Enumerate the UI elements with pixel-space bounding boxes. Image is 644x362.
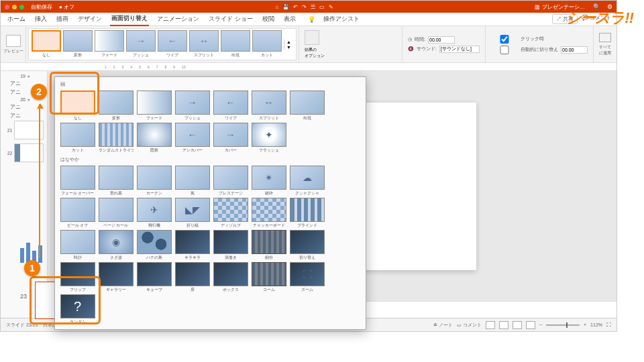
sound-select[interactable] xyxy=(439,46,480,53)
gallery-item[interactable]: フリップ xyxy=(59,262,96,293)
gallery-item[interactable]: 時計 xyxy=(59,230,96,261)
save-icon[interactable]: 💾 xyxy=(282,4,289,10)
gallery-item[interactable]: カーテン xyxy=(136,166,172,196)
zoom-level[interactable]: 112% xyxy=(590,322,602,327)
gallery-item[interactable]: 垂れ幕 xyxy=(97,166,134,196)
gallery-item[interactable]: ✈飛行機 xyxy=(136,198,172,229)
auto-checkbox[interactable] xyxy=(491,46,518,54)
slide-thumb[interactable]: 22 xyxy=(5,143,44,162)
gallery-item[interactable]: ブラインド xyxy=(288,198,325,229)
gallery-item[interactable]: ピール オフ xyxy=(59,198,96,229)
transition-wipe[interactable]: ←ワイプ xyxy=(158,30,187,58)
gallery-item[interactable]: →カバー xyxy=(212,123,249,154)
gallery-expand[interactable]: ▲▼ xyxy=(284,40,293,50)
gallery-item[interactable]: 図形 xyxy=(136,123,172,154)
transition-push[interactable]: →プッシュ xyxy=(126,30,156,58)
gallery-item[interactable]: 細分 xyxy=(250,230,287,261)
gallery-item[interactable]: ◉さざ波 xyxy=(97,230,134,261)
gallery-item[interactable]: ハチの巣 xyxy=(136,230,172,261)
auto-time-input[interactable] xyxy=(561,46,588,54)
tab-animations[interactable]: アニメーション xyxy=(156,13,201,25)
tab-design[interactable]: デザイン xyxy=(76,13,103,25)
onclick-checkbox[interactable] xyxy=(491,35,518,44)
transition-split[interactable]: ↔スプリット xyxy=(189,30,219,58)
gallery-item[interactable]: ✴破砕 xyxy=(250,166,287,196)
gallery-item[interactable]: 変形 xyxy=(97,90,134,121)
transition-fade[interactable]: フェード xyxy=(95,30,124,58)
slideshow-view-icon[interactable] xyxy=(526,321,535,329)
slide-thumb[interactable]: 19★ xyxy=(17,74,30,78)
comments-toggle[interactable]: ▭ コメント xyxy=(457,322,482,328)
sorter-view-icon[interactable] xyxy=(499,321,508,329)
zoom-in[interactable]: + xyxy=(584,322,586,327)
gallery-item[interactable]: ↔スプリット xyxy=(250,90,287,121)
transition-none[interactable]: なし xyxy=(32,30,61,58)
window-minimize[interactable] xyxy=(12,5,17,9)
duration-input[interactable] xyxy=(428,36,455,44)
gallery-item-none[interactable]: なし xyxy=(59,90,96,121)
gallery-item[interactable]: ⛶ズーム xyxy=(288,262,325,293)
slide-thumb[interactable]: 20★ xyxy=(17,97,30,102)
gallery-item[interactable]: ✦フラッシュ xyxy=(250,123,287,154)
gallery-item[interactable]: ランダムストライプ xyxy=(97,123,134,154)
gallery-item[interactable]: フォール オーバー xyxy=(59,166,96,196)
window-close[interactable] xyxy=(5,5,9,9)
tab-view[interactable]: 表示 xyxy=(282,13,297,25)
zoom-slider[interactable] xyxy=(546,324,580,326)
clock-icon: ◷ xyxy=(408,37,412,42)
callout-badge-2: 2 xyxy=(31,84,47,100)
gallery-item[interactable]: ←ワイプ xyxy=(212,90,249,121)
transition-morph[interactable]: 変形 xyxy=(63,30,93,58)
gallery-item[interactable]: ◣◤折り紙 xyxy=(174,198,211,229)
qat-icon[interactable]: ☰ xyxy=(311,4,315,10)
fit-icon[interactable]: ⛶ xyxy=(606,322,611,327)
gallery-item[interactable]: 渦巻き xyxy=(212,230,249,261)
gallery-item[interactable]: プレステージ xyxy=(212,166,249,196)
gallery-item[interactable]: ページ カール xyxy=(97,198,134,229)
gallery-item[interactable]: ディゾルブ xyxy=(212,198,249,229)
gallery-item[interactable]: ギャラリー xyxy=(97,262,134,293)
transition-cut[interactable]: カット xyxy=(252,30,282,58)
effect-options[interactable]: 効果の オプション xyxy=(299,26,330,62)
gallery-item[interactable]: 切り替え xyxy=(288,230,325,261)
gallery-item[interactable]: コーム xyxy=(250,262,287,293)
gallery-item[interactable]: チェッカーボード xyxy=(250,198,287,229)
gallery-section-exciting: はなやか xyxy=(58,155,363,164)
sound-icon: 🔇 xyxy=(408,46,414,52)
gallery-item[interactable]: 風 xyxy=(174,166,211,196)
autosave-toggle[interactable]: ● オフ xyxy=(59,3,74,11)
tab-insert[interactable]: 挿入 xyxy=(34,13,48,25)
window-maximize[interactable] xyxy=(19,5,24,9)
gallery-item[interactable]: キラキラ xyxy=(174,230,211,261)
gallery-item[interactable]: ボックス xyxy=(212,262,249,293)
gallery-item[interactable]: フェード xyxy=(136,90,172,121)
slide-count[interactable]: スライド 23/23 xyxy=(6,322,38,328)
preview-button[interactable]: プレビュー xyxy=(1,26,26,62)
transition-reveal[interactable]: 出現 xyxy=(221,30,250,58)
qat-icon[interactable]: ▭ xyxy=(319,4,325,10)
gallery-item[interactable]: キューブ xyxy=(136,262,172,293)
gallery-item[interactable]: ?ランダム xyxy=(59,294,96,325)
gallery-item[interactable]: →プッシュ xyxy=(174,90,211,121)
gallery-item[interactable]: ←アンカバー xyxy=(174,123,211,154)
gallery-item[interactable]: 出現 xyxy=(288,90,325,121)
gallery-item[interactable]: 扉 xyxy=(174,262,211,293)
tab-draw[interactable]: 描画 xyxy=(55,13,70,25)
tell-me[interactable]: 操作アシスト xyxy=(322,13,361,25)
tab-review[interactable]: 校閲 xyxy=(261,13,276,25)
normal-view-icon[interactable] xyxy=(486,321,495,329)
tab-home[interactable]: ホーム xyxy=(6,13,27,25)
home-icon[interactable]: ⌂ xyxy=(276,4,279,10)
undo-icon[interactable]: ↶ xyxy=(293,4,298,10)
redo-icon[interactable]: ↷ xyxy=(302,4,307,10)
zoom-out[interactable]: − xyxy=(539,322,542,327)
tab-transitions[interactable]: 画面切り替え xyxy=(110,12,149,26)
reading-view-icon[interactable] xyxy=(513,321,522,329)
notes-toggle[interactable]: ≐ ノート xyxy=(433,322,453,328)
qat-icon[interactable]: ✎ xyxy=(329,4,333,10)
tab-slideshow[interactable]: スライド ショー xyxy=(207,13,254,25)
slide-thumb[interactable]: 21 xyxy=(5,121,44,139)
apply-all-button[interactable]: すべて に適用 xyxy=(593,26,616,62)
gallery-item[interactable]: ☁クシャクシャ xyxy=(288,166,325,196)
gallery-item[interactable]: カット xyxy=(59,123,96,154)
